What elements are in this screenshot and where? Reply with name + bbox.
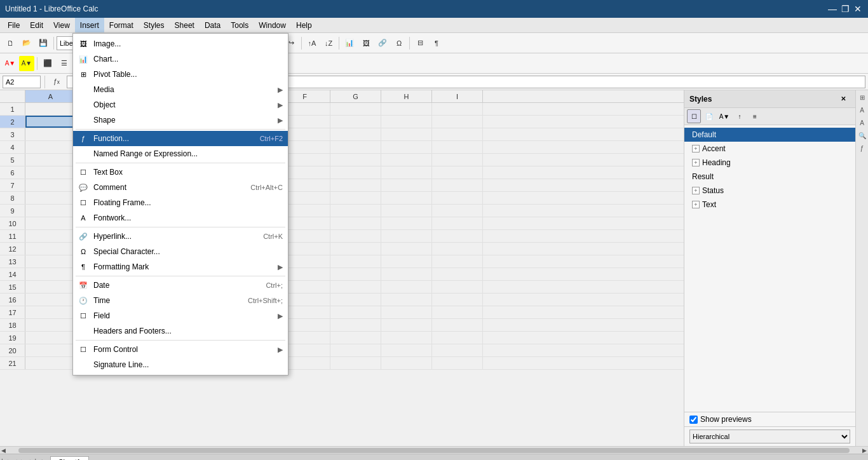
menu-entry-shape[interactable]: Shape ▶ (73, 112, 288, 128)
cell-I10[interactable] (432, 217, 483, 229)
menu-sheet[interactable]: Sheet (170, 18, 200, 32)
cell-A13[interactable] (25, 255, 76, 267)
cell-H3[interactable] (381, 128, 432, 140)
menu-entry-textbox[interactable]: ☐ Text Box (73, 165, 288, 180)
menu-data[interactable]: Data (200, 18, 226, 32)
freeze-rows-button[interactable]: ⊟ (412, 36, 428, 51)
menu-entry-formatting-mark[interactable]: ¶ Formatting Mark ▶ (73, 259, 288, 274)
menu-styles[interactable]: Styles (139, 18, 170, 32)
cell-G10[interactable] (330, 217, 381, 229)
cell-A21[interactable] (25, 357, 76, 369)
cell-G19[interactable] (330, 332, 381, 344)
cell-A10[interactable] (25, 217, 76, 229)
menu-entry-signature-line[interactable]: Signature Line... (73, 357, 288, 372)
styles-update-btn[interactable]: ↑ (733, 109, 747, 123)
menu-format[interactable]: Format (104, 18, 139, 32)
style-expand-status[interactable]: + (692, 187, 700, 194)
cell-G13[interactable] (330, 255, 381, 267)
cell-G20[interactable] (330, 344, 381, 356)
cell-I1[interactable] (432, 103, 483, 115)
menu-edit[interactable]: Edit (25, 18, 48, 32)
cell-G16[interactable] (330, 294, 381, 306)
cell-H6[interactable] (381, 166, 432, 179)
menu-entry-pivot[interactable]: ⊞ Pivot Table... (73, 67, 288, 82)
menu-entry-date[interactable]: 📅 Date Ctrl+; (73, 278, 288, 293)
menu-insert[interactable]: Insert (75, 18, 104, 32)
insert-image-button[interactable]: 🖼 (358, 36, 374, 51)
cell-H8[interactable] (381, 192, 432, 204)
cell-H15[interactable] (381, 281, 432, 293)
cell-A17[interactable] (25, 306, 76, 318)
style-expand-accent[interactable]: + (692, 145, 700, 152)
special-char-button[interactable]: Ω (391, 36, 407, 51)
cell-I19[interactable] (432, 332, 483, 344)
cell-H10[interactable] (381, 217, 432, 229)
rsb-btn-2[interactable]: A (857, 104, 868, 116)
style-expand-text[interactable]: + (692, 201, 700, 208)
cell-I14[interactable] (432, 268, 483, 280)
new-button[interactable]: 🗋 (3, 36, 18, 51)
menu-entry-object[interactable]: Object ▶ (73, 97, 288, 112)
cell-I12[interactable] (432, 243, 483, 255)
cell-G9[interactable] (330, 205, 381, 217)
styles-page-styles-btn[interactable]: 📄 (702, 109, 716, 123)
cell-G2[interactable] (330, 116, 381, 128)
cell-I9[interactable] (432, 205, 483, 217)
scroll-left-arrow[interactable]: ◀ (1, 447, 6, 454)
menu-entry-headers-footers[interactable]: Headers and Footers... (73, 323, 288, 339)
cell-I7[interactable] (432, 179, 483, 191)
cell-H21[interactable] (381, 357, 432, 369)
cell-A16[interactable] (25, 294, 76, 306)
rsb-btn-4[interactable]: 🔍 (857, 130, 868, 141)
styles-close-button[interactable]: ✕ (836, 92, 850, 106)
cell-G18[interactable] (330, 319, 381, 331)
function-wizard-button[interactable]: ƒx (49, 74, 64, 90)
cell-G4[interactable] (330, 141, 381, 153)
scroll-right-arrow[interactable]: ▶ (862, 447, 867, 454)
cell-G14[interactable] (330, 268, 381, 280)
open-button[interactable]: 📂 (19, 36, 34, 51)
menu-entry-hyperlink[interactable]: 🔗 Hyperlink... Ctrl+K (73, 229, 288, 244)
cell-G12[interactable] (330, 243, 381, 255)
col-header-A[interactable]: A (25, 90, 76, 102)
style-item-result[interactable]: Result (684, 170, 855, 184)
menu-entry-image[interactable]: 🖼 Image... (73, 36, 288, 51)
cell-H16[interactable] (381, 294, 432, 306)
cell-A4[interactable] (25, 141, 76, 153)
style-item-status[interactable]: + Status (684, 184, 855, 198)
cell-H14[interactable] (381, 268, 432, 280)
menu-entry-floating-frame[interactable]: ☐ Floating Frame... (73, 195, 288, 210)
rsb-btn-1[interactable]: ⊞ (857, 91, 868, 103)
cell-A12[interactable] (25, 243, 76, 255)
cell-I11[interactable] (432, 230, 483, 242)
cell-H13[interactable] (381, 255, 432, 267)
cell-H19[interactable] (381, 332, 432, 344)
cell-H5[interactable] (381, 154, 432, 166)
menu-view[interactable]: View (48, 18, 75, 32)
insert-chart-button[interactable]: 📊 (342, 36, 357, 51)
sheet-tab-sheet1[interactable]: Sheet1 (50, 456, 89, 461)
col-header-H[interactable]: H (381, 90, 432, 102)
maximize-button[interactable]: ❐ (840, 4, 850, 14)
cell-I3[interactable] (432, 128, 483, 140)
cell-G17[interactable] (330, 306, 381, 318)
menu-entry-special-char[interactable]: Ω Special Character... (73, 244, 288, 259)
cell-G3[interactable] (330, 128, 381, 140)
cell-I5[interactable] (432, 154, 483, 166)
styles-new-style-btn[interactable]: A▼ (717, 109, 731, 123)
rsb-btn-3[interactable]: A (857, 117, 868, 128)
sort-asc-button[interactable]: ↑A (304, 36, 320, 51)
cell-G21[interactable] (330, 357, 381, 369)
rsb-btn-5[interactable]: ƒ (857, 142, 868, 154)
cell-I13[interactable] (432, 255, 483, 267)
menu-entry-media[interactable]: Media ▶ (73, 82, 288, 97)
cell-H20[interactable] (381, 344, 432, 356)
save-button[interactable]: 💾 (36, 36, 51, 51)
cell-I18[interactable] (432, 319, 483, 331)
cell-H4[interactable] (381, 141, 432, 153)
cell-H12[interactable] (381, 243, 432, 255)
menu-file[interactable]: File (3, 18, 25, 32)
cell-A7[interactable] (25, 179, 76, 191)
col-header-I[interactable]: I (432, 90, 483, 102)
menu-entry-fontwork[interactable]: A Fontwork... (73, 210, 288, 226)
